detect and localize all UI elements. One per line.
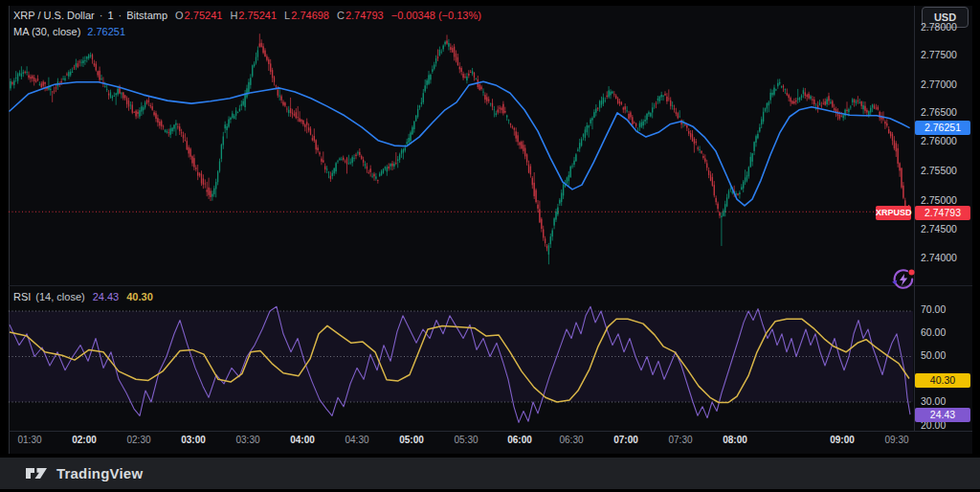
- open-key: O: [175, 9, 184, 22]
- time-tick: 09:30: [884, 434, 908, 447]
- close-key: C: [337, 9, 345, 22]
- rsi-value-axis-label: 24.43: [915, 408, 970, 422]
- time-tick: 04:00: [290, 434, 315, 447]
- rsi-params: (14, close): [35, 291, 84, 303]
- time-tick: 04:30: [345, 434, 368, 447]
- time-tick: 09:00: [830, 434, 855, 447]
- rsi-ma-value: 40.30: [126, 291, 153, 303]
- time-tick: 06:30: [559, 434, 583, 447]
- symbol-name: XRP / U.S. Dollar: [13, 9, 95, 22]
- time-tick: 02:00: [72, 434, 97, 447]
- high-key: H: [230, 9, 237, 22]
- time-tick: 07:30: [668, 434, 692, 447]
- last-price-label: 2.74793: [915, 206, 970, 220]
- open-value: 2.75241: [185, 9, 223, 22]
- ma-value: 2.76251: [87, 25, 125, 38]
- time-tick: 03:30: [235, 434, 259, 447]
- time-axis[interactable]: 01:3002:0002:3003:0003:3004:0004:3005:00…: [0, 431, 914, 454]
- quick-trade-button[interactable]: [890, 266, 917, 293]
- rsi-tick: 30.00: [921, 394, 946, 408]
- time-tick: 06:00: [507, 434, 532, 447]
- time-tick: 07:00: [613, 434, 638, 447]
- ma-legend-row[interactable]: MA (30, close) 2.76251: [13, 25, 481, 38]
- ma-price-label: 2.76251: [915, 121, 970, 135]
- legend-separator: ·: [100, 9, 103, 22]
- close-value: 2.74793: [345, 9, 384, 22]
- time-tick: 01:30: [17, 434, 41, 447]
- rsi-legend-row[interactable]: RSI (14, close) 24.43 40.30: [13, 291, 153, 303]
- lightning-circle-icon: [890, 266, 917, 293]
- symbol-legend: XRP / U.S. Dollar · 1 · Bitstamp O 2.752…: [13, 9, 481, 38]
- chart-interval: 1: [107, 9, 113, 22]
- chart-canvas[interactable]: [0, 0, 980, 492]
- tradingview-brand-text: TradingView: [56, 465, 143, 481]
- tradingview-logo[interactable]: TradingView: [26, 465, 143, 481]
- exchange-name: Bitstamp: [126, 9, 167, 22]
- symbol-title-row[interactable]: XRP / U.S. Dollar · 1 · Bitstamp O 2.752…: [13, 9, 481, 22]
- high-value: 2.75241: [238, 9, 277, 22]
- rsi-value: 24.43: [93, 291, 120, 303]
- low-key: L: [284, 9, 290, 22]
- rsi-ma-axis-label: 40.30: [915, 373, 970, 388]
- time-tick: 08:00: [723, 434, 747, 447]
- rsi-label: RSI: [13, 291, 31, 303]
- time-tick: 03:00: [181, 434, 206, 447]
- low-value: 2.74698: [291, 9, 329, 22]
- ma-label: MA (30, close): [13, 25, 80, 38]
- change-value: −0.00348 (−0.13%): [391, 9, 481, 22]
- tradingview-logo-icon: [26, 465, 49, 481]
- tradingview-chart-screenshot: XRP / U.S. Dollar · 1 · Bitstamp O 2.752…: [0, 0, 980, 492]
- rsi-tick: 50.00: [921, 348, 946, 362]
- footer-bar: TradingView: [0, 458, 980, 489]
- rsi-tick: 60.00: [921, 325, 946, 339]
- rsi-tick: 70.00: [921, 302, 946, 316]
- time-tick: 05:00: [399, 434, 424, 447]
- time-tick: 05:30: [454, 434, 478, 447]
- legend-separator: ·: [119, 9, 122, 22]
- symbol-price-tag: XRPUSD: [876, 206, 911, 220]
- time-tick: 02:30: [126, 434, 150, 447]
